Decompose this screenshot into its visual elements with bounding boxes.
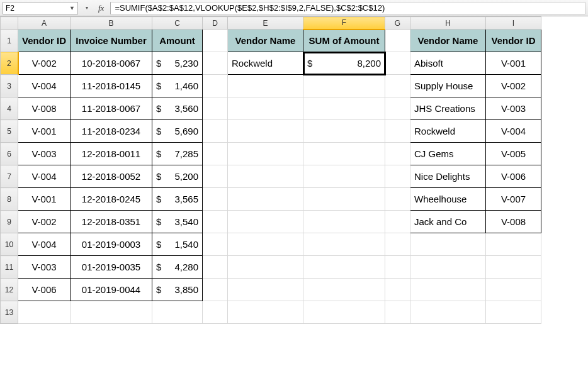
cell-G3[interactable] xyxy=(385,75,410,97)
cell-I10[interactable] xyxy=(486,233,541,256)
cell-A13[interactable] xyxy=(18,301,71,324)
cell-B9[interactable]: 12-2018-0351 xyxy=(71,211,152,233)
cell-F2[interactable]: 8,200 xyxy=(303,52,385,75)
cell-D2[interactable] xyxy=(203,52,228,75)
cell-I3[interactable]: V-002 xyxy=(486,75,541,97)
cell-E11[interactable] xyxy=(228,256,303,279)
cell-I8[interactable]: V-007 xyxy=(486,188,541,211)
cell-D1[interactable] xyxy=(203,30,228,52)
cell-H3[interactable]: Supply House xyxy=(410,75,486,97)
cell-A3[interactable]: V-004 xyxy=(18,75,71,97)
cell-G8[interactable] xyxy=(385,188,410,211)
cell-C6[interactable]: 7,285 xyxy=(152,143,203,165)
cell-G5[interactable] xyxy=(385,120,410,143)
cell-F7[interactable] xyxy=(303,165,385,188)
cell-D8[interactable] xyxy=(203,188,228,211)
cell-B12[interactable]: 01-2019-0044 xyxy=(71,279,152,301)
cell-A5[interactable]: V-001 xyxy=(18,120,71,143)
cell-E6[interactable] xyxy=(228,143,303,165)
cell-E13[interactable] xyxy=(228,301,303,324)
cell-H12[interactable] xyxy=(410,279,486,301)
col-header-H[interactable]: H xyxy=(410,17,486,30)
cell-A11[interactable]: V-003 xyxy=(18,256,71,279)
cell-F6[interactable] xyxy=(303,143,385,165)
cell-F12[interactable] xyxy=(303,279,385,301)
cell-F9[interactable] xyxy=(303,211,385,233)
col-header-G[interactable]: G xyxy=(385,17,410,30)
cell-H4[interactable]: JHS Creations xyxy=(410,97,486,120)
cell-D4[interactable] xyxy=(203,97,228,120)
cell-A9[interactable]: V-002 xyxy=(18,211,71,233)
cell-I13[interactable] xyxy=(486,301,541,324)
cell-B11[interactable]: 01-2019-0035 xyxy=(71,256,152,279)
cell-B7[interactable]: 12-2018-0052 xyxy=(71,165,152,188)
col-header-A[interactable]: A xyxy=(18,17,71,30)
cell-C7[interactable]: 5,200 xyxy=(152,165,203,188)
cell-B8[interactable]: 12-2018-0245 xyxy=(71,188,152,211)
row-header-9[interactable]: 9 xyxy=(1,211,18,233)
cell-A10[interactable]: V-004 xyxy=(18,233,71,256)
cell-H13[interactable] xyxy=(410,301,486,324)
cell-C11[interactable]: 4,280 xyxy=(152,256,203,279)
cell-F3[interactable] xyxy=(303,75,385,97)
cell-B1[interactable]: Invoice Number xyxy=(71,30,152,52)
cell-C9[interactable]: 3,540 xyxy=(152,211,203,233)
cell-G6[interactable] xyxy=(385,143,410,165)
cell-F10[interactable] xyxy=(303,233,385,256)
formula-input[interactable]: =SUMIF($A$2:$A$12,VLOOKUP($E$2,$H$2:$I$9… xyxy=(110,2,585,14)
cell-G9[interactable] xyxy=(385,211,410,233)
cell-F1[interactable]: SUM of Amount xyxy=(303,30,385,52)
cell-C5[interactable]: 5,690 xyxy=(152,120,203,143)
cell-H2[interactable]: Abisoft xyxy=(410,52,486,75)
cell-A6[interactable]: V-003 xyxy=(18,143,71,165)
cell-H11[interactable] xyxy=(410,256,486,279)
col-header-I[interactable]: I xyxy=(486,17,541,30)
cell-G10[interactable] xyxy=(385,233,410,256)
row-header-8[interactable]: 8 xyxy=(1,188,18,211)
spreadsheet-grid[interactable]: ABCDEFGHI 1Vendor IDInvoice NumberAmount… xyxy=(0,16,588,324)
name-box[interactable]: F2 ▼ xyxy=(3,2,78,14)
cell-H7[interactable]: Nice Delights xyxy=(410,165,486,188)
cell-D10[interactable] xyxy=(203,233,228,256)
cell-D5[interactable] xyxy=(203,120,228,143)
cell-I11[interactable] xyxy=(486,256,541,279)
cell-E10[interactable] xyxy=(228,233,303,256)
cell-H9[interactable]: Jack and Co xyxy=(410,211,486,233)
row-header-6[interactable]: 6 xyxy=(1,143,18,165)
cell-G4[interactable] xyxy=(385,97,410,120)
cell-I12[interactable] xyxy=(486,279,541,301)
cell-G1[interactable] xyxy=(385,30,410,52)
cell-G11[interactable] xyxy=(385,256,410,279)
cell-E4[interactable] xyxy=(228,97,303,120)
cell-G12[interactable] xyxy=(385,279,410,301)
cell-G13[interactable] xyxy=(385,301,410,324)
row-header-10[interactable]: 10 xyxy=(1,233,18,256)
cell-C3[interactable]: 1,460 xyxy=(152,75,203,97)
col-header-F[interactable]: F xyxy=(303,17,385,30)
cell-E12[interactable] xyxy=(228,279,303,301)
cell-C2[interactable]: 5,230 xyxy=(152,52,203,75)
cell-C13[interactable] xyxy=(152,301,203,324)
cell-D12[interactable] xyxy=(203,279,228,301)
cell-E5[interactable] xyxy=(228,120,303,143)
cell-H5[interactable]: Rockweld xyxy=(410,120,486,143)
formula-bar-expand-icon[interactable]: ▾ xyxy=(82,5,92,11)
cell-E3[interactable] xyxy=(228,75,303,97)
cell-D9[interactable] xyxy=(203,211,228,233)
name-box-dropdown-icon[interactable]: ▼ xyxy=(69,5,75,11)
cell-I1[interactable]: Vendor ID xyxy=(486,30,541,52)
row-header-11[interactable]: 11 xyxy=(1,256,18,279)
cell-F8[interactable] xyxy=(303,188,385,211)
cell-E1[interactable]: Vendor Name xyxy=(228,30,303,52)
cell-H8[interactable]: Wheelhouse xyxy=(410,188,486,211)
cell-H6[interactable]: CJ Gems xyxy=(410,143,486,165)
cell-A8[interactable]: V-001 xyxy=(18,188,71,211)
cell-I4[interactable]: V-003 xyxy=(486,97,541,120)
cell-A4[interactable]: V-008 xyxy=(18,97,71,120)
cell-A2[interactable]: V-002 xyxy=(18,52,71,75)
cell-C10[interactable]: 1,540 xyxy=(152,233,203,256)
cell-E7[interactable] xyxy=(228,165,303,188)
cell-F11[interactable] xyxy=(303,256,385,279)
cell-F5[interactable] xyxy=(303,120,385,143)
cell-B10[interactable]: 01-2019-0003 xyxy=(71,233,152,256)
